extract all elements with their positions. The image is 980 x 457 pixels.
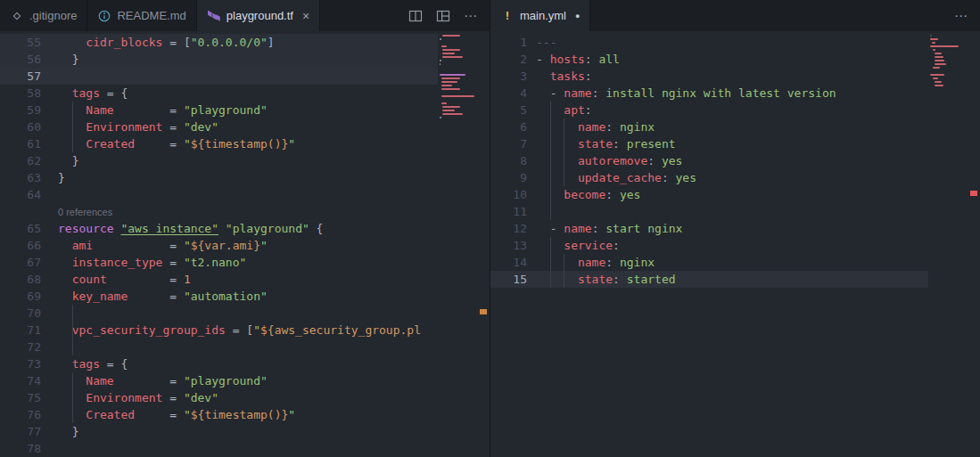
code-line[interactable]: 74 Name = "playground" <box>0 372 490 389</box>
line-number[interactable]: 60 <box>0 118 41 135</box>
indent-guide <box>550 237 551 288</box>
line-number[interactable]: 73 <box>0 355 41 372</box>
code-line[interactable]: 60 Environment = "dev" <box>0 118 490 135</box>
code-text: instance_type = "t2.nano" <box>41 254 246 271</box>
close-icon[interactable]: × <box>302 10 309 22</box>
editor-layout-icon[interactable] <box>436 9 450 23</box>
indent-guide <box>72 372 73 423</box>
line-number[interactable]: 14 <box>490 254 527 271</box>
line-number[interactable]: 69 <box>0 288 41 305</box>
code-line[interactable]: 59 Name = "playground" <box>0 102 490 118</box>
line-number[interactable]: 63 <box>0 169 41 186</box>
line-number[interactable]: 11 <box>490 203 527 220</box>
code-text: ami = "${var.ami}" <box>41 237 268 254</box>
editor-pane-main-yml[interactable]: 1---2- hosts: all3 tasks:4 - name: insta… <box>490 31 980 457</box>
editor-pane-playground-tf[interactable]: 55 cidr_blocks = ["0.0.0.0/0"]56 }5758 t… <box>0 31 490 457</box>
line-number[interactable]: 15 <box>490 271 527 288</box>
line-number[interactable]: 7 <box>490 135 527 152</box>
code-line[interactable]: 3 tasks: <box>490 68 980 85</box>
code-line[interactable]: 56 } <box>0 51 490 68</box>
line-number[interactable]: 57 <box>0 68 41 85</box>
code-line[interactable]: 57 <box>0 68 490 85</box>
code-line[interactable]: 72 <box>0 339 490 355</box>
code-line[interactable]: 12 - name: start nginx <box>490 220 980 237</box>
code-line[interactable]: 64 <box>0 186 490 203</box>
line-number[interactable]: 72 <box>0 339 41 355</box>
line-number[interactable]: 75 <box>0 389 41 406</box>
code-line[interactable]: 61 Created = "${timestamp()}" <box>0 135 490 152</box>
code-line[interactable]: 76 Created = "${timestamp()}" <box>0 406 490 423</box>
code-text: Created = "${timestamp()}" <box>41 135 295 152</box>
line-number[interactable]: 70 <box>0 305 41 322</box>
line-number[interactable]: 9 <box>490 169 527 186</box>
code-line[interactable]: 1--- <box>490 34 980 51</box>
code-line[interactable]: 67 instance_type = "t2.nano" <box>0 254 490 271</box>
code-line[interactable]: 10 become: yes <box>490 186 980 203</box>
line-number[interactable]: 6 <box>490 118 527 135</box>
code-line[interactable]: 13 service: <box>490 237 980 254</box>
tab-readme[interactable]: README.md <box>87 0 196 31</box>
line-number[interactable]: 67 <box>0 254 41 271</box>
minimap[interactable] <box>928 31 968 457</box>
code-text: Environment = "dev" <box>41 389 218 406</box>
line-number[interactable]: 10 <box>490 186 527 203</box>
line-number[interactable]: 13 <box>490 237 527 254</box>
code-line[interactable]: 73 tags = { <box>0 355 490 372</box>
line-number[interactable]: 61 <box>0 135 41 152</box>
code-text: become: yes <box>527 186 640 203</box>
minimap-line <box>935 81 942 83</box>
line-number[interactable]: 77 <box>0 423 41 440</box>
line-number[interactable]: 3 <box>490 68 527 85</box>
line-number[interactable]: 2 <box>490 51 527 68</box>
code-line[interactable]: 2- hosts: all <box>490 51 980 68</box>
tab-gitignore[interactable]: .gitignore <box>0 0 87 31</box>
terraform-icon <box>207 9 221 23</box>
code-line[interactable]: 58 tags = { <box>0 85 490 102</box>
code-line[interactable]: 71 vpc_security_group_ids = ["${aws_secu… <box>0 322 490 339</box>
line-number[interactable]: 66 <box>0 237 41 254</box>
line-number[interactable]: 5 <box>490 102 527 118</box>
minimap-line <box>440 38 441 40</box>
code-line[interactable]: 78 <box>0 440 490 457</box>
line-number[interactable]: 71 <box>0 322 41 339</box>
code-line[interactable]: 63} <box>0 169 490 186</box>
tab-playground-tf[interactable]: playground.tf × <box>197 0 320 31</box>
line-number[interactable]: 62 <box>0 152 41 169</box>
line-number[interactable]: 65 <box>0 220 41 237</box>
code-line[interactable]: 70 <box>0 305 490 322</box>
code-line[interactable]: 65resource "aws_instance" "playground" { <box>0 220 490 237</box>
code-line[interactable]: 62 } <box>0 152 490 169</box>
line-number[interactable]: 12 <box>490 220 527 237</box>
more-actions-icon[interactable]: ⋯ <box>464 8 478 24</box>
more-actions-icon[interactable]: ⋯ <box>954 8 968 24</box>
code-line[interactable]: 66 ami = "${var.ami}" <box>0 237 490 254</box>
line-number[interactable]: 56 <box>0 51 41 68</box>
code-line[interactable]: 5 apt: <box>490 102 980 118</box>
line-number[interactable]: 74 <box>0 372 41 389</box>
line-number[interactable]: 55 <box>0 34 41 51</box>
line-number[interactable]: 59 <box>0 102 41 118</box>
modified-dot-icon[interactable]: ● <box>575 12 580 20</box>
line-number[interactable]: 68 <box>0 271 41 288</box>
overview-ruler-mark <box>480 309 487 314</box>
code-line[interactable]: 55 cidr_blocks = ["0.0.0.0/0"] <box>0 34 490 51</box>
code-line[interactable]: 11 <box>490 203 980 220</box>
code-rows: 55 cidr_blocks = ["0.0.0.0/0"]56 }5758 t… <box>0 31 490 457</box>
line-number[interactable]: 8 <box>490 152 527 169</box>
minimap-line <box>442 35 460 37</box>
line-number[interactable]: 64 <box>0 186 41 203</box>
line-number[interactable]: 76 <box>0 406 41 423</box>
code-line[interactable]: 68 count = 1 <box>0 271 490 288</box>
tab-main-yml[interactable]: ! main.yml ● <box>490 0 590 31</box>
split-editor-icon[interactable] <box>408 9 423 23</box>
line-number[interactable]: 58 <box>0 85 41 102</box>
code-line[interactable]: 69 key_name = "automation" <box>0 288 490 305</box>
minimap[interactable] <box>438 31 477 457</box>
code-line[interactable]: 77 } <box>0 423 490 440</box>
line-number[interactable]: 1 <box>490 34 527 51</box>
code-line[interactable]: 4 - name: install nginx with latest vers… <box>490 85 980 102</box>
codelens-references[interactable]: 0 references <box>0 203 490 220</box>
code-line[interactable]: 75 Environment = "dev" <box>0 389 490 406</box>
line-number[interactable]: 4 <box>490 85 527 102</box>
line-number[interactable]: 78 <box>0 440 41 457</box>
